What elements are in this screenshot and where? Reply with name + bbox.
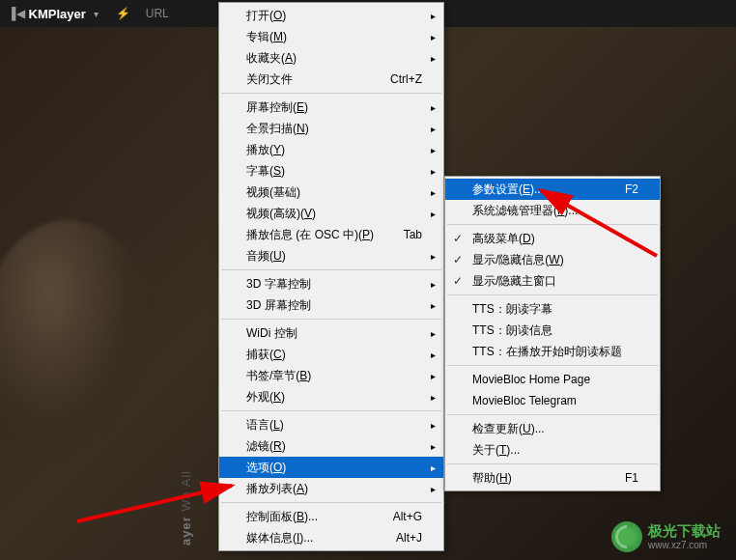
menu-item-label: 视频(基础) (246, 184, 422, 201)
main-menu-item-9[interactable]: 视频(基础)▸ (219, 182, 443, 203)
main-menu-item-23[interactable]: 滤镜(R)▸ (219, 435, 443, 457)
menu-item-label: 外观(K) (246, 389, 422, 406)
menu-item-label: 3D 屏幕控制 (246, 297, 422, 314)
main-menu-item-18[interactable]: 捕获(C)▸ (219, 344, 443, 365)
sub-menu-item-1[interactable]: 系统滤镜管理器(F)... (445, 200, 660, 221)
sub-menu-item-0[interactable]: 参数设置(E)...F2 (445, 179, 660, 200)
main-menu-item-7[interactable]: 播放(Y)▸ (219, 139, 443, 160)
submenu-arrow-icon: ▸ (431, 251, 436, 262)
menu-item-label: 检查更新(U)... (472, 421, 638, 437)
submenu-arrow-icon: ▸ (431, 371, 436, 381)
main-menu-item-8[interactable]: 字幕(S)▸ (219, 160, 443, 182)
menu-shortcut: Alt+J (396, 531, 422, 545)
main-menu-item-27[interactable]: 控制面板(B)...Alt+G (219, 506, 443, 527)
menu-separator (447, 463, 658, 464)
main-menu-item-0[interactable]: 打开(O)▸ (219, 5, 443, 26)
menu-shortcut: Ctrl+Z (390, 72, 422, 86)
submenu-arrow-icon: ▸ (431, 209, 436, 219)
sub-menu-item-5[interactable]: ✓显示/隐藏主窗口 (445, 270, 660, 292)
main-menu-item-28[interactable]: 媒体信息(I)...Alt+J (219, 527, 443, 548)
main-menu-item-17[interactable]: WiDi 控制▸ (219, 322, 443, 344)
menu-item-label: 专辑(M) (246, 29, 422, 45)
bolt-icon[interactable]: ⚡ (116, 7, 130, 20)
menu-item-label: 音频(U) (246, 248, 422, 265)
submenu-arrow-icon: ▸ (431, 462, 436, 473)
menu-separator (221, 502, 441, 503)
sub-menu-item-14[interactable]: 检查更新(U)... (445, 418, 660, 439)
url-button[interactable]: URL (146, 7, 169, 20)
main-menu-item-12[interactable]: 音频(U)▸ (219, 245, 443, 266)
menu-item-label: 捕获(C) (246, 347, 422, 363)
menu-item-label: 选项(O) (246, 460, 422, 476)
submenu-arrow-icon: ▸ (431, 11, 436, 21)
submenu-arrow-icon: ▸ (431, 420, 436, 431)
submenu-arrow-icon: ▸ (431, 166, 436, 177)
sub-menu-item-4[interactable]: ✓显示/隐藏信息(W) (445, 249, 660, 270)
main-menu-item-22[interactable]: 语言(L)▸ (219, 414, 443, 435)
menu-separator (221, 93, 441, 94)
watermark: ayer We All (179, 470, 193, 546)
logo-icon: ▐◀ (8, 7, 25, 20)
submenu-arrow-icon: ▸ (431, 187, 436, 198)
submenu-arrow-icon: ▸ (431, 145, 436, 155)
main-menu-item-10[interactable]: 视频(高级)(V)▸ (219, 203, 443, 224)
menu-item-label: TTS：朗读信息 (472, 322, 638, 339)
main-menu-item-1[interactable]: 专辑(M)▸ (219, 26, 443, 47)
menu-item-label: 显示/隐藏主窗口 (472, 273, 638, 290)
footer-en: www.xz7.com (648, 540, 721, 550)
app-logo[interactable]: ▐◀ KMPlayer ▾ (8, 7, 99, 21)
main-menu-item-11[interactable]: 播放信息 (在 OSC 中)(P)Tab (219, 224, 443, 245)
menu-item-label: 系统滤镜管理器(F)... (472, 203, 638, 219)
sub-menu-item-3[interactable]: ✓高级菜单(D) (445, 228, 660, 249)
menu-separator (447, 294, 658, 295)
main-menu-item-6[interactable]: 全景扫描(N)▸ (219, 118, 443, 139)
menu-item-label: 语言(L) (246, 417, 422, 434)
submenu-arrow-icon: ▸ (431, 392, 436, 403)
main-menu-item-3[interactable]: 关闭文件Ctrl+Z (219, 69, 443, 90)
menu-item-label: 3D 字幕控制 (246, 276, 422, 293)
sub-menu-item-9[interactable]: TTS：在播放开始时朗读标题 (445, 341, 660, 362)
sub-menu-item-17[interactable]: 帮助(H)F1 (445, 467, 660, 489)
check-icon: ✓ (453, 274, 463, 288)
main-menu-item-20[interactable]: 外观(K)▸ (219, 386, 443, 407)
menu-item-label: TTS：在播放开始时朗读标题 (472, 344, 638, 360)
menu-item-label: MovieBloc Telegram (472, 394, 638, 407)
main-menu-item-19[interactable]: 书签/章节(B)▸ (219, 365, 443, 386)
submenu-arrow-icon: ▸ (431, 300, 436, 311)
submenu-arrow-icon: ▸ (431, 102, 436, 113)
submenu-arrow-icon: ▸ (431, 441, 436, 452)
main-menu-item-14[interactable]: 3D 字幕控制▸ (219, 273, 443, 294)
main-menu-item-5[interactable]: 屏幕控制(E)▸ (219, 97, 443, 118)
main-menu-item-25[interactable]: 播放列表(A)▸ (219, 478, 443, 499)
footer-cn: 极光下载站 (648, 523, 721, 540)
sub-menu-item-11[interactable]: MovieBloc Home Page (445, 369, 660, 390)
menu-separator (447, 414, 658, 415)
options-submenu[interactable]: 参数设置(E)...F2系统滤镜管理器(F)...✓高级菜单(D)✓显示/隐藏信… (444, 176, 661, 491)
footer-watermark: 极光下载站 www.xz7.com (611, 521, 721, 552)
sub-menu-item-15[interactable]: 关于(T)... (445, 439, 660, 461)
menu-item-label: 帮助(H) (472, 470, 625, 487)
submenu-arrow-icon: ▸ (431, 484, 436, 494)
menu-separator (221, 410, 441, 411)
main-menu-item-2[interactable]: 收藏夹(A)▸ (219, 47, 443, 69)
menu-item-label: 滤镜(R) (246, 438, 422, 455)
menu-item-label: 播放信息 (在 OSC 中)(P) (246, 227, 404, 243)
menu-item-label: WiDi 控制 (246, 325, 422, 342)
main-menu-item-24[interactable]: 选项(O)▸ (219, 457, 443, 478)
menu-item-label: 控制面板(B)... (246, 509, 393, 525)
sub-menu-item-8[interactable]: TTS：朗读信息 (445, 320, 660, 341)
menu-item-label: 关于(T)... (472, 442, 638, 459)
sub-menu-item-12[interactable]: MovieBloc Telegram (445, 390, 660, 411)
chevron-down-icon[interactable]: ▾ (94, 9, 99, 19)
context-menu[interactable]: 打开(O)▸专辑(M)▸收藏夹(A)▸关闭文件Ctrl+Z屏幕控制(E)▸全景扫… (218, 2, 444, 551)
menu-item-label: 关闭文件 (246, 71, 390, 88)
menu-item-label: 显示/隐藏信息(W) (472, 252, 638, 268)
check-icon: ✓ (453, 253, 463, 266)
menu-item-label: 高级菜单(D) (472, 231, 638, 247)
menu-item-label: 参数设置(E)... (472, 182, 625, 198)
menu-item-label: MovieBloc Home Page (472, 373, 638, 386)
sub-menu-item-7[interactable]: TTS：朗读字幕 (445, 298, 660, 320)
menu-item-label: 播放列表(A) (246, 481, 422, 497)
menu-separator (447, 365, 658, 366)
main-menu-item-15[interactable]: 3D 屏幕控制▸ (219, 294, 443, 316)
